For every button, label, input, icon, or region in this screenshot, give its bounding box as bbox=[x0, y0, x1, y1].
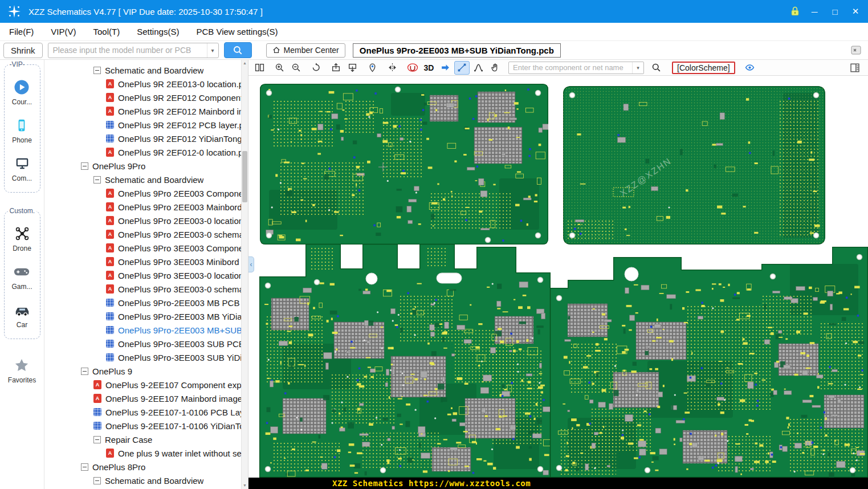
pcb-canvas[interactable]: XZZ@XZHN ‹ bbox=[248, 76, 868, 478]
menu-file[interactable]: File(F) bbox=[9, 27, 34, 36]
tree-item[interactable]: AOnePlus 9R 2EF012-0 location.pd bbox=[44, 145, 241, 159]
phone-icon bbox=[14, 116, 29, 135]
collapse-toggle-icon[interactable] bbox=[81, 162, 88, 170]
collapse-toggle-icon[interactable] bbox=[81, 368, 88, 375]
collapse-toggle-icon[interactable] bbox=[93, 67, 101, 74]
menu-tool[interactable]: Tool(T) bbox=[93, 27, 120, 36]
net-visibility-eye-button[interactable] bbox=[742, 61, 757, 75]
sidebar-item-computer[interactable]: Com... bbox=[12, 154, 32, 182]
tree-item[interactable]: OnePlus 9R 2EF012 YiDianTong.p bbox=[44, 132, 241, 145]
component-search-button[interactable] bbox=[649, 61, 664, 75]
sidebar-item-drone[interactable]: Drone bbox=[13, 225, 31, 252]
tree-item[interactable]: AOnePlus 9Pro 3EE003 Componen bbox=[44, 241, 241, 255]
pin-button[interactable] bbox=[365, 61, 380, 75]
tree-item[interactable]: Repair Case bbox=[44, 433, 241, 446]
tree-item[interactable]: OnePlus 9Pro-2EE003 MB YiDianT bbox=[44, 309, 241, 323]
jump-arrow-button[interactable] bbox=[438, 61, 453, 75]
zoom-out-button[interactable] bbox=[288, 61, 304, 75]
tree-item[interactable]: AOnePlus 9Pro 2EE003-0 schemati bbox=[44, 227, 241, 241]
tree-item[interactable]: AOnePlus 9Pro 2EE003-0 location.p bbox=[44, 214, 241, 227]
scrollbar-thumb[interactable] bbox=[242, 151, 247, 202]
highlight-mode-button[interactable] bbox=[405, 61, 420, 75]
tree-item[interactable]: AOnePlus 9Pro 3EE003-0 location.p bbox=[44, 268, 241, 282]
tree-item[interactable]: OnePlus 8Pro bbox=[44, 460, 241, 474]
collapse-toggle-icon[interactable] bbox=[93, 176, 101, 184]
sidebar-item-courses[interactable]: Cour... bbox=[12, 78, 32, 106]
chevron-down-icon[interactable]: ▾ bbox=[632, 62, 643, 74]
3d-view-button[interactable]: 3D bbox=[421, 61, 437, 75]
tree-item[interactable]: AOnePlus 9Pro 3EE003 Minibord ir bbox=[44, 255, 241, 268]
collapse-toggle-icon[interactable] bbox=[93, 477, 101, 484]
sidebar-item-phone[interactable]: Phone bbox=[12, 116, 32, 144]
rotate-view-button[interactable] bbox=[308, 61, 324, 75]
maximize-button[interactable]: □ bbox=[825, 3, 845, 20]
tree-item[interactable]: OnePlus 9 bbox=[44, 364, 241, 378]
tree-item[interactable]: OnePlus 9R 2EF012 PCB layer.pcb bbox=[44, 118, 241, 132]
tree-item[interactable]: AOnePlus 9Pro 3EE003-0 schemati bbox=[44, 282, 241, 296]
zoom-in-button[interactable] bbox=[272, 61, 287, 75]
star-icon bbox=[14, 356, 30, 374]
collapse-tree-handle[interactable]: ‹ bbox=[248, 256, 254, 272]
sidebar-item-game[interactable]: Gam... bbox=[11, 263, 32, 291]
tree-item-label: OnePlus 9Pro-3EE003 SUB PCB la bbox=[118, 339, 241, 349]
colorscheme-button[interactable]: [ColorScheme] bbox=[672, 62, 735, 74]
tree-item[interactable]: OnePlus 9-2EE107-1-0106 PCB Layer bbox=[44, 405, 241, 419]
tree-item-label: OnePlus 9R 2EF012 Component e bbox=[118, 93, 241, 103]
scroll-down-icon[interactable]: ▼ bbox=[242, 482, 248, 489]
pdf-file-icon: A bbox=[106, 216, 114, 225]
member-center-button[interactable]: Member Center bbox=[266, 43, 345, 58]
sidebar-item-car[interactable]: Car bbox=[14, 301, 31, 329]
line-measure-button[interactable] bbox=[454, 61, 470, 75]
tree-item[interactable]: AOnePlus 9Pro 2EE003 Componen bbox=[44, 186, 241, 200]
bottom-layer-button[interactable] bbox=[345, 61, 360, 75]
tree-item[interactable]: OnePlus 9Pro-3EE003 SUB PCB la bbox=[44, 337, 241, 351]
license-lock-icon[interactable] bbox=[786, 3, 804, 20]
tree-item[interactable]: AOnePlus 9Pro 2EE003 Mainbord i bbox=[44, 200, 241, 214]
model-search-button[interactable] bbox=[224, 42, 252, 58]
top-layer-button[interactable] bbox=[328, 61, 344, 75]
tree-item[interactable]: OnePlus 9Pro bbox=[44, 159, 241, 173]
layers-panel-button[interactable] bbox=[847, 61, 862, 75]
tree-item[interactable]: AOnePlus 9-2EE107 Mainbord image. bbox=[44, 392, 241, 405]
collapse-toggle-icon[interactable] bbox=[93, 436, 101, 443]
tree-item[interactable]: OnePlus 9Pro-3EE003 SUB YiDian bbox=[44, 351, 241, 364]
pcb-board-view[interactable]: XZZ@XZHN bbox=[248, 76, 868, 478]
collapse-toggle-icon[interactable] bbox=[81, 463, 88, 471]
model-search-combobox[interactable]: ▾ bbox=[48, 43, 219, 58]
close-panel-icon[interactable] bbox=[851, 46, 861, 55]
tree-item[interactable]: AOnePlus 9R 2EE013-0 location.pd bbox=[44, 77, 241, 91]
custom-group: Custom. Drone Gam... Car bbox=[4, 211, 40, 339]
shrink-button[interactable]: Shrink bbox=[3, 43, 43, 58]
close-button[interactable]: ✕ bbox=[845, 3, 866, 20]
split-view-button[interactable] bbox=[252, 61, 267, 75]
minimize-button[interactable]: ─ bbox=[804, 3, 825, 20]
tree-item[interactable]: OnePlus 9Pro-2EE003 MB PCB lay bbox=[44, 296, 241, 309]
menu-pcb-view-settings[interactable]: PCB View settings(S) bbox=[196, 27, 278, 36]
menu-settings[interactable]: Settings(S) bbox=[137, 27, 179, 36]
open-file-tab[interactable]: OnePlus 9Pro-2EE003 MB+SUB YiDianTong.pc… bbox=[353, 43, 561, 58]
pdf-file-icon: A bbox=[106, 93, 114, 102]
component-search-input[interactable] bbox=[509, 63, 632, 72]
tree-item[interactable]: AOnePlus 9R 2EF012 Mainbord ima bbox=[44, 104, 241, 118]
drone-icon bbox=[14, 225, 30, 243]
tree-item[interactable]: Schematic and Boardview bbox=[44, 474, 241, 487]
curve-tool-button[interactable] bbox=[471, 61, 486, 75]
sidebar-item-favorites[interactable]: Favorites bbox=[8, 356, 36, 384]
tree-item[interactable]: OnePlus 9Pro-2EE003 MB+SUB Yi bbox=[44, 323, 241, 337]
tree-item[interactable]: AOnePlus 9-2EE107 Component expla bbox=[44, 378, 241, 392]
pan-hand-button[interactable] bbox=[487, 61, 503, 75]
pdf-file-icon: A bbox=[93, 380, 101, 389]
chevron-down-icon[interactable]: ▾ bbox=[207, 43, 218, 58]
scroll-up-icon[interactable]: ▲ bbox=[242, 60, 248, 67]
flip-horizontal-button[interactable] bbox=[385, 61, 400, 75]
tree-item[interactable]: Schematic and Boardview bbox=[44, 173, 241, 186]
tree-item[interactable]: AOnePlus 9R 2EF012 Component e bbox=[44, 91, 241, 104]
left-rail: -VIP- Cour... Phone Com... Custom. bbox=[0, 60, 44, 489]
tree-item[interactable]: AOne plus 9 water inlet without ser bbox=[44, 446, 241, 460]
tree-item[interactable]: OnePlus 9-2EE107-1-0106 YiDianTon bbox=[44, 419, 241, 433]
tree-scrollbar[interactable]: ▲ ▼ bbox=[241, 60, 248, 489]
model-search-input[interactable] bbox=[48, 46, 207, 55]
component-search-combobox[interactable]: ▾ bbox=[508, 62, 644, 74]
menu-vip[interactable]: VIP(V) bbox=[51, 27, 76, 36]
tree-item[interactable]: Schematic and Boardview bbox=[44, 63, 241, 77]
